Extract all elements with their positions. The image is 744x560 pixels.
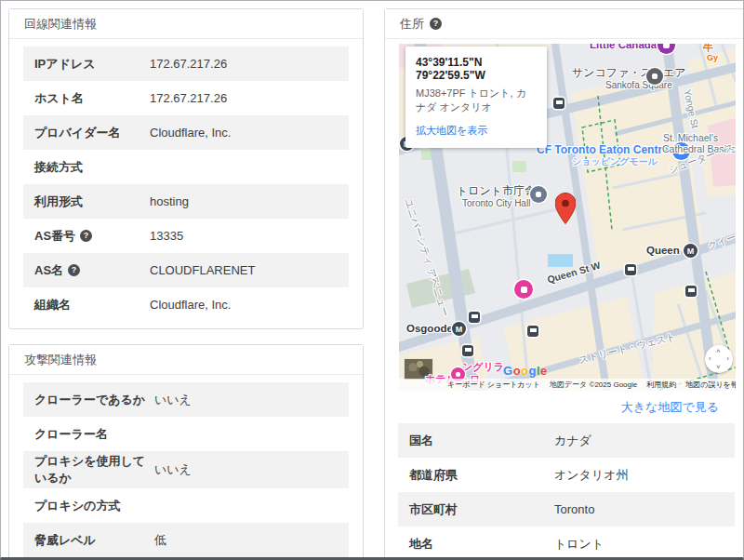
table-row: プロキシの方式 — [23, 488, 349, 523]
row-label: プロキシを使用しているか — [34, 453, 154, 487]
row-label: 接続方式 — [34, 159, 150, 176]
report-map-error-link[interactable]: 地図の誤りを報告する — [685, 380, 736, 390]
city-hall-poi-icon[interactable] — [530, 186, 547, 203]
row-label: クローラーであるか — [34, 392, 154, 408]
line-info-body: IPアドレス 172.67.217.26 ホスト名 172.67.217.26 … — [9, 39, 363, 329]
line-info-card-header: 回線関連情報 — [9, 9, 363, 39]
row-value: 低 — [154, 532, 338, 549]
help-icon[interactable]: ? — [68, 264, 80, 276]
row-value: Toronto — [554, 502, 724, 516]
pan-control[interactable]: ˄ ˅ ‹ › — [705, 345, 733, 373]
larger-map-row: 大きな地図で見る — [398, 391, 735, 420]
table-row: AS番号 ? 13335 — [23, 219, 349, 253]
poi-sankofa-jp: サンコファ・スクエア — [572, 67, 686, 80]
address-body: Little Canada 牛 Gy サンコファ・スクエア Sankofa Sq… — [385, 44, 744, 560]
pan-right-arrow-icon[interactable]: › — [726, 354, 729, 363]
station-queen: Queen — [646, 245, 680, 257]
attack-info-card-header: 攻撃関連情報 — [9, 345, 363, 375]
row-label: 都道府県 — [409, 467, 554, 484]
poi-eaton-centre-jp: ショッピングモール — [572, 156, 658, 167]
row-label: 国名 — [409, 433, 554, 449]
table-row: 接続方式 — [23, 150, 349, 184]
row-label: プロバイダー名 — [34, 125, 150, 141]
enlarge-map-link[interactable]: 拡大地図を表示 — [416, 124, 487, 138]
table-row: 組織名 Cloudflare, Inc. — [23, 287, 349, 322]
google-map-embed[interactable]: Little Canada 牛 Gy サンコファ・スクエア Sankofa Sq… — [399, 44, 736, 391]
table-row: 都道府県 オンタリオ州 — [398, 458, 735, 492]
row-value: 172.67.217.26 — [150, 57, 338, 71]
address-title: 住所 — [400, 16, 424, 33]
row-label: 市区町村 — [409, 501, 554, 518]
help-icon[interactable]: ? — [80, 230, 92, 242]
table-row: 脅威レベル 低 — [23, 523, 349, 557]
row-label: ホスト名 — [34, 90, 150, 107]
table-row: AS名 ? CLOUDFLARENET — [23, 253, 349, 287]
google-logo[interactable]: Google — [503, 364, 548, 378]
station-osgoode: Osgoode — [406, 323, 453, 335]
table-row: クローラー名 — [23, 417, 349, 451]
row-value: Cloudflare, Inc. — [150, 298, 338, 312]
pan-left-arrow-icon[interactable]: ‹ — [709, 354, 711, 363]
table-row: クローラーであるか いいえ — [23, 382, 349, 417]
row-value: 13335 — [150, 229, 338, 243]
bus-stop-icon[interactable] — [527, 326, 538, 337]
page: 回線関連情報 IPアドレス 172.67.217.26 ホスト名 172.67.… — [0, 0, 744, 560]
table-row: プロキシを使用しているか いいえ — [23, 451, 349, 488]
coordinates-label: 43°39'11.5"N 79°22'59.5"W — [416, 56, 537, 82]
table-row: 利用形式 hosting — [23, 184, 349, 219]
table-row: 国名 カナダ — [398, 423, 735, 458]
table-row: 市区町村 Toronto — [398, 492, 735, 527]
attack-info-card: 攻撃関連情報 クローラーであるか いいえ クローラー名 プロキシを使用しているか… — [8, 344, 364, 560]
address-table: 国名 カナダ 都道府県 オンタリオ州 市区町村 Toronto 地名 トロント — [398, 423, 735, 560]
pan-down-arrow-icon[interactable]: ˅ — [716, 363, 721, 371]
row-label: 組織名 — [34, 297, 150, 313]
subway-station-icon[interactable]: M — [684, 244, 698, 258]
row-value: オンタリオ州 — [554, 467, 724, 484]
row-value: 172.67.217.26 — [150, 91, 338, 105]
attack-info-title: 攻撃関連情報 — [24, 352, 97, 368]
row-label: クローラー名 — [34, 426, 154, 443]
poi-eaton-centre[interactable]: CF Toronto Eaton Centre — [537, 144, 669, 157]
address-card-header: 住所 ? — [385, 9, 744, 39]
row-value: いいえ — [154, 392, 338, 408]
row-label: 脅威レベル — [34, 532, 154, 549]
table-row: IPアドレス 172.67.217.26 — [23, 47, 349, 81]
keyboard-shortcuts-link[interactable]: キーボード ショートカット — [447, 380, 540, 390]
line-info-card: 回線関連情報 IPアドレス 172.67.217.26 ホスト名 172.67.… — [8, 8, 364, 329]
row-label: AS名 ? — [34, 262, 150, 279]
sankofa-poi-icon[interactable] — [646, 68, 663, 85]
row-value: いいえ — [154, 461, 338, 478]
row-value: Cloudflare, Inc. — [150, 126, 338, 140]
table-row: プロバイダー名 Cloudflare, Inc. — [23, 115, 349, 150]
terms-link[interactable]: 利用規約 — [646, 380, 676, 390]
poi-sankofa-en: Sankofa Square — [605, 80, 672, 91]
plus-code-address: MJ38+7PF トロント, カナダ オンタリオ — [416, 87, 537, 115]
view-larger-map-link[interactable]: 大きな地図で見る — [621, 400, 719, 414]
row-label: IPアドレス — [34, 56, 150, 73]
bus-stop-icon[interactable] — [685, 286, 697, 297]
map-data-copyright: 地図データ ©2025 Google — [550, 380, 637, 390]
row-value: カナダ — [554, 433, 724, 449]
help-icon[interactable]: ? — [430, 18, 442, 30]
attack-info-body: クローラーであるか いいえ クローラー名 プロキシを使用しているか いいえ プロ… — [9, 375, 363, 560]
pink-poi-icon[interactable] — [514, 280, 533, 299]
bus-stop-icon[interactable] — [469, 312, 480, 323]
map-pin-icon[interactable] — [555, 193, 576, 224]
bus-stop-icon[interactable] — [625, 264, 636, 275]
subway-station-icon[interactable]: M — [452, 322, 466, 336]
bus-stop-icon[interactable] — [462, 345, 473, 356]
row-label: プロキシの方式 — [34, 498, 154, 514]
row-label: 利用形式 — [34, 193, 150, 210]
poi-gyukaku-sub: Gy — [707, 53, 718, 62]
address-card: 住所 ? — [384, 8, 744, 560]
poi-little-canada[interactable]: Little Canada — [590, 44, 657, 51]
row-value: CLOUDFLARENET — [150, 263, 338, 277]
table-row: 地名 トロント — [398, 527, 735, 560]
row-label: AS番号 ? — [34, 228, 150, 245]
map-attribution-bar: キーボード ショートカット 地図データ ©2025 Google 利用規約 地図… — [399, 379, 736, 391]
table-row: ホスト名 172.67.217.26 — [23, 81, 349, 115]
pan-up-arrow-icon[interactable]: ˄ — [716, 347, 721, 355]
poi-city-hall-jp: トロント市庁舎 — [457, 185, 536, 198]
bus-stop-icon[interactable] — [553, 98, 565, 109]
poi-hotel-1: ングリラ — [462, 361, 504, 373]
